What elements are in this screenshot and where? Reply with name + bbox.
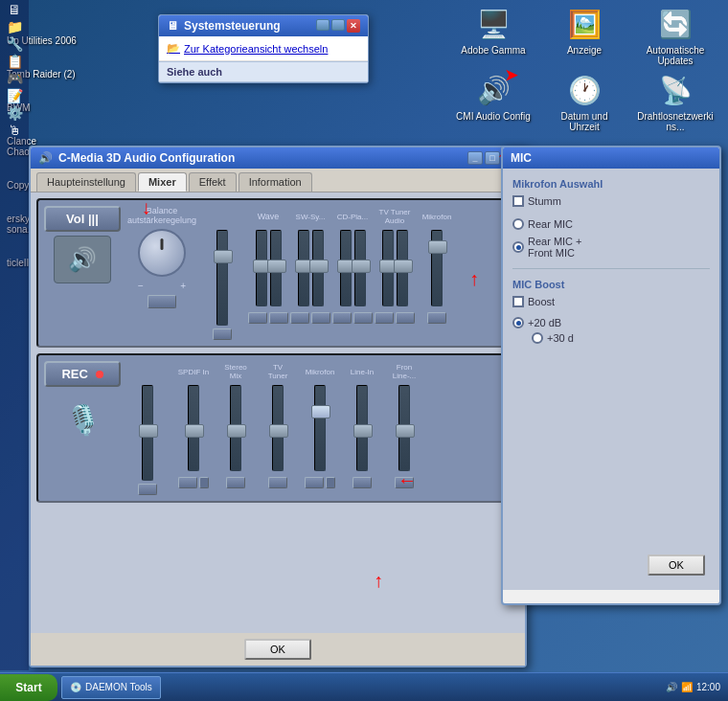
tvtuner-slider-r[interactable] — [397, 230, 408, 306]
spdif-btn-l[interactable] — [178, 477, 197, 488]
swsy-slider-l[interactable] — [298, 230, 309, 306]
vol-channel-sliders: Wave SW-Sy... — [249, 206, 504, 324]
desktop-icon-anzeige[interactable]: 🖼️ Anzeige — [541, 5, 627, 66]
mikrofon-rec-btn-l[interactable] — [305, 477, 324, 488]
mic-rear-option[interactable]: Rear MIC — [512, 218, 710, 230]
mikrofon-rec-btn-r[interactable] — [326, 477, 335, 488]
main-vol-btn[interactable] — [213, 328, 232, 340]
cdpla-btn-l[interactable] — [332, 312, 352, 324]
desktop-icon-cmi-audio[interactable]: 🔊 ➤ CMI Audio Config — [450, 71, 536, 132]
mic-boost-option: Boost — [512, 296, 710, 307]
start-button[interactable]: Start — [0, 674, 57, 701]
desktop-icon-auto-updates[interactable]: 🔄 Automatische Updates — [632, 5, 718, 66]
tvtuner-btn-r[interactable] — [396, 312, 415, 324]
mic-20db-radio[interactable] — [512, 317, 524, 328]
audio-ok-btn[interactable]: OK — [244, 639, 311, 660]
audio-config-window: 🔊 C-Media 3D Audio Configuration _ □ ✕ H… — [29, 146, 527, 667]
swsy-slider-r[interactable] — [312, 230, 324, 306]
cdpla-slider-l[interactable] — [340, 230, 352, 306]
systemsteuerung-titlebar: 🖥 Systemsteuerung ✕ — [159, 15, 368, 36]
swsy-btn-l[interactable] — [290, 312, 309, 324]
wave-channel: Wave — [249, 206, 287, 324]
tab-haupteinstellung[interactable]: Haupteinstellung — [36, 172, 136, 192]
taskbar: Start 💿 DAEMON Tools 🔊 📶 12:00 — [0, 672, 728, 701]
swsy-btn-r[interactable] — [311, 312, 330, 324]
wave-btn-r[interactable] — [269, 312, 288, 324]
tvtuner-slider-l[interactable] — [382, 230, 394, 306]
frontline-rec-channel: FronLine-... — [385, 361, 423, 488]
sys-see-also: Siehe auch — [159, 61, 368, 82]
wave-slider-left[interactable] — [256, 230, 267, 306]
stereomix-slider[interactable] — [230, 385, 241, 471]
mic-20db-option[interactable]: +20 dB — [512, 317, 710, 328]
main-vol-track[interactable] — [216, 230, 228, 326]
rec-main-slider — [128, 361, 167, 495]
tab-information[interactable]: Information — [239, 172, 312, 192]
rec-section: REC 🎙️ SPDIF In — [36, 353, 519, 503]
audio-tabs: Haupteinstellung Mixer Effekt Informatio… — [31, 169, 525, 192]
mic-30db-option[interactable]: +30 d — [532, 332, 710, 344]
audio-minimize-btn[interactable]: _ — [467, 151, 483, 165]
balance-knob[interactable] — [138, 229, 186, 277]
stereomix-channel: StereoMix — [216, 361, 255, 488]
audio-window-titlebar: 🔊 C-Media 3D Audio Configuration _ □ ✕ — [31, 147, 525, 169]
tab-mixer[interactable]: Mixer — [138, 172, 187, 192]
mic-boost-title: MIC Boost — [512, 279, 710, 290]
rec-button[interactable]: REC — [44, 361, 121, 387]
sys-category-link[interactable]: 📂 Zur Kategorieansicht wechseln — [159, 36, 368, 61]
frontline-rec-slider[interactable] — [398, 385, 410, 471]
rec-vol-btn[interactable] — [138, 484, 157, 495]
mic-boost-checkbox[interactable] — [512, 296, 524, 307]
rec-vol-track[interactable] — [142, 385, 153, 481]
mic-divider — [512, 268, 710, 269]
tvtuner-btn-l[interactable] — [375, 312, 394, 324]
swsy-channel: SW-Sy... — [291, 206, 330, 324]
spdif-channel: SPDIF In — [174, 361, 213, 488]
cdpla-slider-r[interactable] — [354, 230, 366, 306]
wave-slider-right[interactable] — [270, 230, 282, 306]
wave-btn-l[interactable] — [248, 312, 267, 324]
mikrofon-rec-channel: Mikrofon — [301, 361, 339, 488]
desktop-icon-netzwerk[interactable]: 📡 Drahtlosnetzwerkins... — [632, 71, 718, 132]
spdif-slider[interactable] — [188, 385, 199, 471]
mic-mute-option: Stumm — [512, 195, 710, 207]
taskbar-tray: 🔊 📶 12:00 — [658, 682, 728, 692]
frontline-rec-btn-l[interactable] — [395, 477, 414, 488]
cdpla-channel: CD-Pla... — [333, 206, 372, 324]
mikrofon-vol-slider[interactable] — [431, 230, 443, 306]
linein-rec-slider[interactable] — [356, 385, 368, 471]
mic-rear-radio[interactable] — [512, 218, 524, 230]
tab-effekt[interactable]: Effekt — [189, 172, 237, 192]
mikrofon-vol-btn[interactable] — [427, 312, 446, 324]
mic-mute-checkbox[interactable] — [512, 195, 524, 207]
sys-close-btn[interactable]: ✕ — [347, 19, 360, 33]
mic-30db-radio[interactable] — [532, 332, 543, 344]
vol-balance-control: Balanceautstärkeregelung −+ — [128, 206, 195, 308]
mic-ok-btn[interactable]: OK — [648, 554, 705, 576]
sys-minimize-btn[interactable] — [316, 19, 330, 31]
sys-maximize-btn[interactable] — [331, 19, 345, 31]
linein-rec-channel: Line-In — [343, 361, 381, 488]
mikrofon-vol-channel: Mikrofon — [418, 206, 456, 324]
systemsteuerung-icon: 🖥 — [167, 19, 178, 33]
stereomix-btn[interactable] — [226, 477, 245, 488]
mic-titlebar: MIC — [503, 147, 719, 169]
vol-button[interactable]: Vol ||| — [44, 206, 121, 232]
mic-rear-front-option[interactable]: Rear MIC + Front MIC — [512, 236, 710, 259]
mic-content: Mikrofon Auswahl Stumm Rear MIC Rear MIC… — [503, 169, 719, 590]
balance-slider-btn[interactable] — [148, 295, 176, 308]
desktop: Up Utilities 2006 Tomb Raider (2) BWM Cl… — [0, 0, 728, 701]
taskbar-items: 💿 DAEMON Tools — [61, 676, 658, 699]
main-volume-slider — [203, 206, 241, 340]
mic-rear-front-radio[interactable] — [512, 241, 524, 253]
cdpla-btn-r[interactable] — [353, 312, 373, 324]
audio-maximize-btn[interactable]: □ — [485, 151, 500, 165]
taskbar-item-daemon[interactable]: 💿 DAEMON Tools — [61, 676, 161, 699]
desktop-icon-datum[interactable]: 🕐 Datum und Uhrzeit — [541, 71, 627, 132]
tvtuner-rec-btn[interactable] — [268, 477, 287, 488]
desktop-icon-adobe-gamma[interactable]: 🖥️ Adobe Gamma — [450, 5, 536, 66]
mikrofon-rec-slider[interactable] — [314, 385, 326, 471]
spdif-btn-r[interactable] — [199, 477, 209, 488]
tvtuner-rec-slider[interactable] — [272, 385, 284, 471]
linein-rec-btn[interactable] — [353, 477, 372, 488]
